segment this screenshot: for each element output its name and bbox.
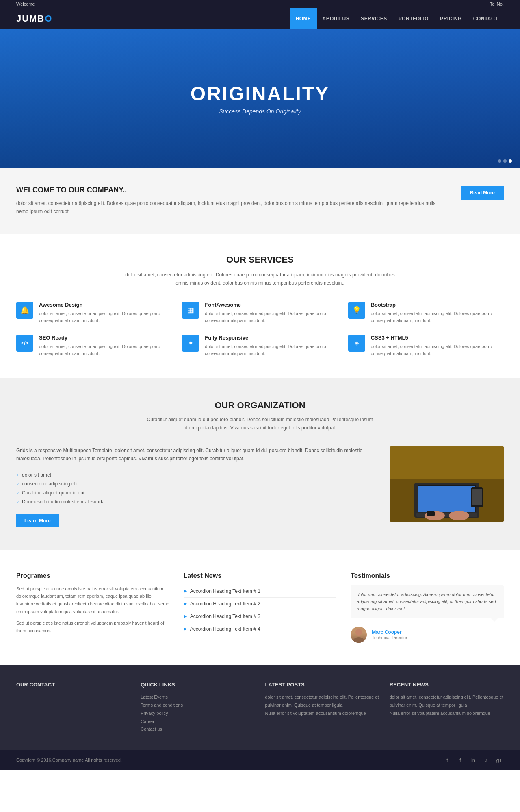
nav-link-pricing[interactable]: PRICING (434, 8, 468, 29)
footer-link-2[interactable]: Terms and conditions (141, 701, 255, 710)
news-item-1[interactable]: ▶ Accordion Heading Text Item # 1 (184, 585, 337, 597)
service-desc-6: dolor sit amet, consectetur adipiscing e… (371, 343, 504, 357)
nav-link-about[interactable]: ABOUT US (317, 8, 355, 29)
service-title-2: FontAwesome (205, 302, 338, 308)
hero-dot-1 (498, 159, 501, 163)
news-item-2[interactable]: ▶ Accordion Heading Text Item # 2 (184, 597, 337, 610)
welcome-text: Welcome (16, 2, 35, 7)
person-title: Technical Director (372, 635, 407, 640)
nav-link-portfolio[interactable]: PORTFOLIO (393, 8, 435, 29)
social-twitter[interactable]: t (443, 755, 452, 764)
service-text-5: Fully Responsive dolor sit amet, consect… (205, 335, 338, 357)
programs-para2: Sed ut perspiciatis iste natus error sit… (16, 619, 169, 634)
service-desc-3: dolor sit amet, consectetur adipiscing e… (371, 310, 504, 324)
hero-dots (498, 159, 512, 163)
testimonial-person: Marc Cooper Technical Director (351, 627, 504, 643)
footer-contact-heading: Our Contact (16, 681, 130, 688)
social-linkedin[interactable]: in (469, 755, 478, 764)
nav-item-contact[interactable]: CONTACT (468, 8, 504, 29)
social-facebook[interactable]: f (456, 755, 465, 764)
footer-link-4[interactable]: Career (141, 718, 255, 726)
footer-latestposts: Latest posts dolor sit amet, consectetur… (265, 681, 379, 734)
social-google[interactable]: g+ (495, 755, 504, 764)
news-text-4: Accordion Heading Text Item # 4 (190, 626, 260, 632)
testimonials-heading: Testimonials (351, 572, 504, 579)
service-title-4: SEO Ready (39, 335, 172, 341)
org-text: Grids is a responsive Multipurpose Templ… (16, 446, 378, 527)
news-arrow-4: ▶ (184, 626, 187, 631)
footer-latestposts-heading: Latest posts (265, 681, 379, 688)
footer-bottom: Copyright © 2016.Company name All rights… (0, 750, 520, 770)
social-music[interactable]: ♪ (482, 755, 491, 764)
org-list-item-2: consectetur adipiscing elit (16, 479, 378, 488)
service-title-1: Awesome Design (39, 302, 172, 308)
org-subtitle: Curabitur aliquet quam id dui posuere bl… (146, 416, 374, 432)
footer-link-3[interactable]: Privacy policy (141, 710, 255, 718)
service-text-4: SEO Ready dolor sit amet, consectetur ad… (39, 335, 172, 357)
service-item-2: ▦ FontAwesome dolor sit amet, consectetu… (182, 302, 338, 324)
logo[interactable]: JUMBO (16, 13, 52, 24)
services-heading: OUR SERVICES (16, 255, 504, 265)
avatar-image (351, 627, 367, 643)
nav-item-home[interactable]: HOME (290, 8, 317, 29)
org-heading: OUR ORGANIZATION (16, 400, 504, 411)
service-icon-3: 💡 (348, 302, 365, 319)
service-item-6: ◈ CSS3 + HTML5 dolor sit amet, consectet… (348, 335, 504, 357)
welcome-heading: WELCOME TO OUR COMPANY.. (16, 186, 445, 194)
top-bar: Welcome Tel No. (0, 0, 520, 8)
news-arrow-1: ▶ (184, 588, 187, 594)
hero-dot-3 (509, 159, 512, 163)
welcome-text: dolor sit amet, consectetur adipiscing e… (16, 199, 445, 216)
org-description: Grids is a responsive Multipurpose Templ… (16, 446, 378, 463)
org-list-item-4: Donec sollicitudin molestie malesuada. (16, 497, 378, 506)
programs-column: Programes Sed ut perspiciatis unde omnis… (16, 572, 169, 643)
svg-rect-4 (418, 486, 475, 512)
nav-item-services[interactable]: SERVICES (355, 8, 392, 29)
nav-links: HOME ABOUT US SERVICES PORTFOLIO PRICING… (290, 8, 504, 29)
nav-item-about[interactable]: ABOUT US (317, 8, 355, 29)
footer-recent-1: dolor sit amet, consectetur adipiscing e… (390, 693, 504, 710)
svg-rect-9 (472, 489, 482, 505)
org-image (390, 446, 504, 522)
programs-para1: Sed ut perspiciatis unde omnis iste natu… (16, 585, 169, 616)
news-item-4[interactable]: ▶ Accordion Heading Text Item # 4 (184, 623, 337, 635)
news-text-2: Accordion Heading Text Item # 2 (190, 601, 260, 607)
service-desc-1: dolor sit amet, consectetur adipiscing e… (39, 310, 172, 324)
service-item-5: ✦ Fully Responsive dolor sit amet, conse… (182, 335, 338, 357)
organization-section: OUR ORGANIZATION Curabitur aliquet quam … (0, 378, 520, 550)
service-icon-5: ✦ (182, 335, 199, 352)
laptop-illustration (390, 446, 504, 522)
service-icon-1: 🔔 (16, 302, 33, 319)
person-info: Marc Cooper Technical Director (372, 629, 407, 640)
testimonial-quote: dolor met consectetur adipiscing. Alorem… (357, 591, 498, 613)
nav-link-services[interactable]: SERVICES (355, 8, 392, 29)
svg-point-7 (449, 511, 469, 520)
nav-item-portfolio[interactable]: PORTFOLIO (393, 8, 435, 29)
org-list-item-1: dolor sit amet (16, 470, 378, 479)
news-heading: Latest News (184, 572, 337, 579)
social-links: t f in ♪ g+ (443, 755, 504, 764)
service-icon-2: ▦ (182, 302, 199, 319)
services-grid: 🔔 Awesome Design dolor sit amet, consect… (16, 302, 504, 357)
services-subtitle: dolor sit amet, consectetur adipiscing e… (122, 271, 398, 287)
news-item-3[interactable]: ▶ Accordion Heading Text Item # 3 (184, 610, 337, 623)
footer-link-1[interactable]: Latest Events (141, 693, 255, 701)
news-column: Latest News ▶ Accordion Heading Text Ite… (184, 572, 337, 643)
learn-more-button[interactable]: Learn More (16, 514, 59, 527)
footer-recentnews-heading: Recent News (390, 681, 504, 688)
nav-link-contact[interactable]: CONTACT (468, 8, 504, 29)
svg-rect-10 (427, 511, 435, 516)
navigation: JUMBO HOME ABOUT US SERVICES PORTFOLIO P… (0, 8, 520, 29)
three-col-section: Programes Sed ut perspiciatis unde omnis… (0, 550, 520, 666)
nav-item-pricing[interactable]: PRICING (434, 8, 468, 29)
hero-content: ORIGINALITY Success Depends On Originali… (191, 83, 329, 115)
footer-link-5[interactable]: Contact us (141, 725, 255, 734)
person-svg (351, 627, 367, 643)
services-section: OUR SERVICES dolor sit amet, consectetur… (0, 234, 520, 378)
service-item-3: 💡 Bootstrap dolor sit amet, consectetur … (348, 302, 504, 324)
footer-top: Our Contact Quick Links Latest Events Te… (0, 665, 520, 750)
nav-link-home[interactable]: HOME (290, 8, 317, 29)
footer-quicklinks: Quick Links Latest Events Terms and cond… (141, 681, 255, 734)
service-text-1: Awesome Design dolor sit amet, consectet… (39, 302, 172, 324)
read-more-button[interactable]: Read More (461, 186, 504, 200)
